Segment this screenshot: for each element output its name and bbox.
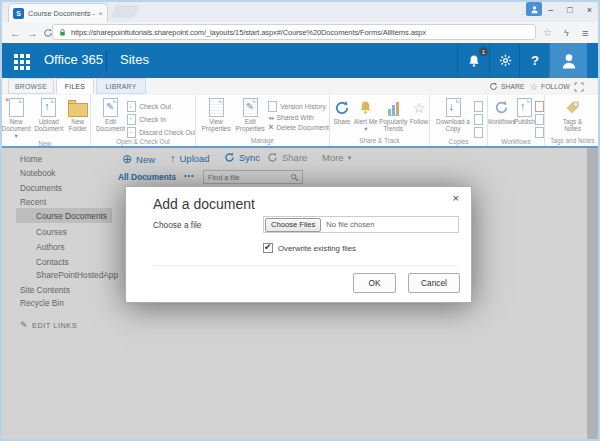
focus-mode-button[interactable] [574, 78, 584, 95]
cancel-button[interactable]: Cancel [408, 273, 460, 293]
ribbon-group-label: New [0, 140, 90, 146]
version-history-button[interactable]: Version History [268, 101, 326, 112]
overwrite-checkbox-row: ✔ Overwrite existing files [263, 243, 356, 253]
download-icon: ↓ [446, 98, 461, 117]
help-button[interactable]: ? [519, 43, 550, 78]
person-icon [530, 5, 539, 14]
ribbon-group-label: Workflows [488, 138, 544, 146]
menu-icon[interactable]: ≡ [582, 22, 588, 43]
extension-icon[interactable]: ϟ [564, 22, 569, 43]
star-icon: ☆ [413, 100, 426, 116]
tab-title: Course Docoments - All D [28, 9, 95, 18]
new-document-icon: * [9, 98, 24, 117]
edit-properties-button[interactable]: ✎ Edit Properties [234, 97, 266, 137]
discard-check-out-button[interactable]: ← Discard Check Out [127, 127, 196, 138]
person-icon [560, 52, 578, 70]
address-bar[interactable]: https://sharepointtutorials.sharepoint.c… [52, 24, 536, 40]
notifications-button[interactable]: 1 [457, 43, 490, 78]
browser-window: S Course Docoments - All D × – □ × ← → h… [0, 0, 600, 441]
edit-document-icon: ✎ [103, 98, 118, 117]
bell-icon [467, 54, 481, 68]
bookmark-star-icon[interactable]: ☆ [543, 22, 552, 43]
app-launcher-icon[interactable] [14, 54, 30, 70]
file-input[interactable]: Choose Files No file chosen [263, 216, 459, 233]
ribbon-group-label: Tags and Notes [545, 137, 600, 146]
follow-ribbon-button[interactable]: ☆ Follow [409, 97, 429, 137]
publish-icon: ↑ [517, 98, 532, 117]
ribbon-group-workflows: Workflows ↑ Publish Workflows [488, 95, 545, 146]
alert-me-button[interactable]: Alert Me ▾ [354, 97, 378, 137]
ok-button[interactable]: OK [353, 273, 396, 293]
tab-files[interactable]: FILES [56, 78, 94, 94]
choose-files-button[interactable]: Choose Files [265, 218, 321, 232]
edit-properties-icon: ✎ [243, 98, 258, 117]
chart-icon [388, 99, 399, 116]
publish-button[interactable]: ↑ Publish [514, 97, 535, 138]
view-properties-button[interactable]: View Properties [200, 97, 232, 137]
ribbon-group-label: Copies [430, 138, 487, 146]
copies-extra-buttons[interactable] [474, 97, 483, 138]
dialog-title: Add a document [153, 196, 255, 212]
popularity-trends-button[interactable]: Popularity Trends [378, 97, 409, 137]
shared-with-icon: ●● [268, 115, 273, 121]
window-maximize-button[interactable]: □ [567, 5, 572, 15]
share-circle-icon [489, 82, 498, 91]
page-content: Home Notebook Documents Recent Course Do… [0, 148, 600, 441]
workflows-extra-buttons[interactable] [535, 97, 544, 138]
ribbon-group-new: * New Document ▾ ↑ Upload Document New F… [0, 95, 91, 146]
ribbon-group-copies: ↓ Download a Copy Copies [430, 95, 488, 146]
check-out-icon: ↓ [127, 101, 136, 112]
no-file-chosen-text: No file chosen [326, 220, 374, 229]
share-circle-icon [334, 100, 350, 116]
browser-tab[interactable]: S Course Docoments - All D × [8, 3, 108, 22]
new-tab-button[interactable] [110, 5, 140, 18]
office365-brand[interactable]: Office 365 [44, 52, 103, 67]
share-button[interactable]: SHARE [489, 78, 524, 95]
sites-nav-link[interactable]: Sites [120, 52, 149, 67]
dialog-close-icon[interactable]: × [453, 192, 459, 204]
chrome-profile-button[interactable] [526, 2, 542, 16]
tab-browse[interactable]: BROWSE [8, 78, 54, 94]
check-out-button[interactable]: ↓ Check Out [127, 101, 171, 112]
folder-icon [68, 103, 88, 117]
tags-notes-button[interactable]: Tags & Notes [555, 97, 591, 137]
workflow-icon [494, 100, 509, 115]
check-in-icon: ↑ [127, 114, 136, 125]
gear-icon [499, 54, 512, 67]
window-close-button[interactable]: × [587, 5, 592, 15]
follow-button[interactable]: ☆ FOLLOW [530, 78, 570, 95]
ribbon-group-label: Share & Track [330, 137, 429, 146]
forward-icon[interactable]: → [27, 22, 38, 43]
window-minimize-button[interactable]: – [548, 5, 553, 15]
upload-document-button[interactable]: ↑ Upload Document [34, 97, 63, 140]
tab-close-icon[interactable]: × [98, 9, 103, 18]
browser-toolbar: ← → https://sharepointtutorials.sharepoi… [0, 22, 600, 43]
edit-document-button[interactable]: ✎ Edit Document [96, 97, 125, 138]
tab-library[interactable]: LIBRARY [96, 78, 146, 94]
ribbon-group-tags: Tags & Notes Tags and Notes [545, 95, 600, 146]
ribbon-group-manage: View Properties ✎ Edit Properties Versio… [196, 95, 330, 146]
delete-document-button[interactable]: × Delete Document [268, 123, 329, 131]
overwrite-label: Overwrite existing files [278, 244, 356, 253]
workflows-button[interactable]: Workflows [488, 97, 514, 138]
focus-icon [574, 82, 584, 92]
account-avatar[interactable] [549, 43, 587, 78]
back-icon[interactable]: ← [10, 22, 21, 43]
suitebar-divider [106, 51, 107, 70]
share-ribbon-button[interactable]: Share [330, 97, 354, 137]
dialog-divider [153, 265, 457, 266]
new-folder-button[interactable]: New Folder [65, 97, 90, 140]
shared-with-button[interactable]: ●● Shared With [268, 114, 314, 121]
check-icon: ✔ [264, 242, 272, 252]
bell-icon [358, 100, 373, 115]
new-document-button[interactable]: * New Document ▾ [0, 97, 32, 140]
add-document-dialog: Add a document × Choose a file Choose Fi… [125, 186, 472, 303]
settings-button[interactable] [489, 43, 520, 78]
suite-bar: Office 365 Sites 1 ? [0, 43, 600, 78]
overwrite-checkbox[interactable]: ✔ [263, 243, 273, 253]
ribbon-group-open-checkout: ✎ Edit Document ↓ Check Out ↑ Check In ←… [91, 95, 196, 146]
sharepoint-favicon-icon: S [13, 8, 24, 19]
check-in-button[interactable]: ↑ Check In [127, 114, 166, 125]
delete-icon: × [268, 123, 273, 131]
download-a-copy-button[interactable]: ↓ Download a Copy [434, 97, 472, 138]
